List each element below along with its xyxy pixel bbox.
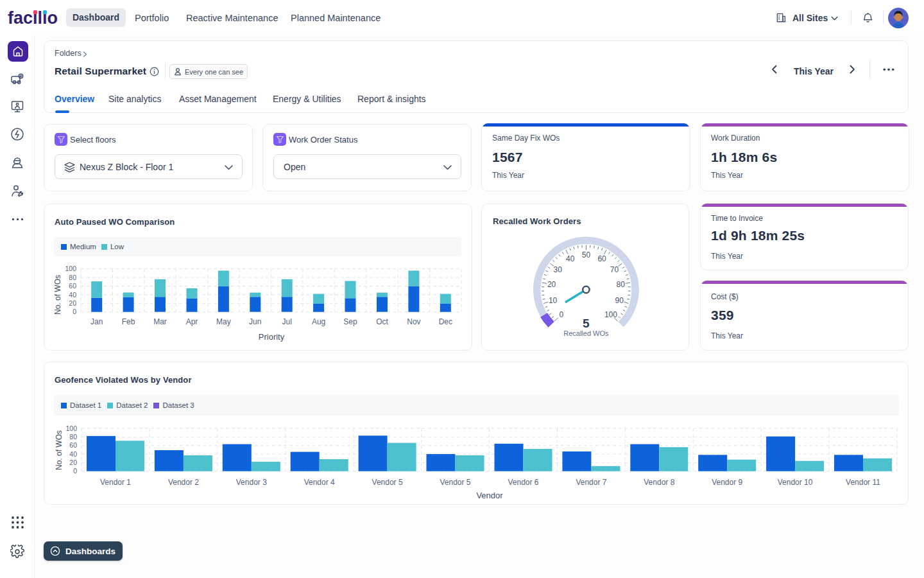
svg-text:Vendor: Vendor <box>476 491 503 500</box>
svg-text:70: 70 <box>610 265 619 274</box>
svg-text:60: 60 <box>69 282 76 290</box>
svg-text:Vendor 10: Vendor 10 <box>778 478 813 487</box>
svg-text:40: 40 <box>69 450 77 458</box>
svg-text:20: 20 <box>69 459 77 466</box>
svg-text:Vendor 9: Vendor 9 <box>712 478 742 487</box>
svg-text:Vendor 5: Vendor 5 <box>372 478 403 487</box>
svg-text:Apr: Apr <box>186 317 198 326</box>
svg-text:Vendor 2: Vendor 2 <box>168 478 199 487</box>
svg-text:Dec: Dec <box>439 317 452 326</box>
svg-text:Vendor 6: Vendor 6 <box>508 478 538 487</box>
svg-text:Vendor 8: Vendor 8 <box>644 478 674 487</box>
svg-text:10: 10 <box>549 296 558 305</box>
svg-text:40: 40 <box>566 254 575 263</box>
svg-text:Vendor 5: Vendor 5 <box>440 478 470 487</box>
svg-text:80: 80 <box>69 274 76 281</box>
svg-text:Oct: Oct <box>376 317 388 326</box>
svg-text:100: 100 <box>65 425 77 432</box>
svg-text:Nov: Nov <box>407 317 420 326</box>
svg-text:60: 60 <box>597 254 606 263</box>
svg-text:0: 0 <box>73 308 76 315</box>
svg-text:No. of WOs: No. of WOs <box>53 275 62 315</box>
svg-text:60: 60 <box>69 441 77 449</box>
svg-text:Vendor 3: Vendor 3 <box>236 478 267 487</box>
svg-text:90: 90 <box>615 296 624 305</box>
svg-text:Feb: Feb <box>122 317 135 326</box>
svg-text:No. of WOs: No. of WOs <box>55 430 64 470</box>
svg-text:Vendor 4: Vendor 4 <box>304 478 335 487</box>
svg-text:May: May <box>216 317 231 326</box>
svg-text:100: 100 <box>65 265 76 272</box>
svg-text:Sep: Sep <box>343 317 357 326</box>
svg-text:30: 30 <box>554 265 563 274</box>
svg-text:40: 40 <box>69 291 76 299</box>
svg-text:Mar: Mar <box>153 317 167 326</box>
svg-text:20: 20 <box>69 299 76 307</box>
svg-text:80: 80 <box>617 280 626 289</box>
svg-text:Jun: Jun <box>249 317 261 326</box>
svg-text:5: 5 <box>583 317 590 330</box>
svg-text:0: 0 <box>560 310 564 319</box>
svg-text:Recalled WOs: Recalled WOs <box>563 329 609 337</box>
svg-text:100: 100 <box>604 310 617 319</box>
svg-text:50: 50 <box>582 250 591 259</box>
svg-text:20: 20 <box>547 280 556 289</box>
svg-text:Vendor 11: Vendor 11 <box>846 478 880 487</box>
svg-text:Aug: Aug <box>312 317 325 326</box>
svg-text:Priority: Priority <box>259 332 285 342</box>
svg-text:Jul: Jul <box>282 317 292 326</box>
svg-text:Vendor 1: Vendor 1 <box>100 478 131 487</box>
svg-text:Vendor 7: Vendor 7 <box>576 478 606 487</box>
svg-text:Jan: Jan <box>90 317 103 326</box>
svg-text:0: 0 <box>73 467 77 475</box>
svg-text:80: 80 <box>69 433 77 441</box>
